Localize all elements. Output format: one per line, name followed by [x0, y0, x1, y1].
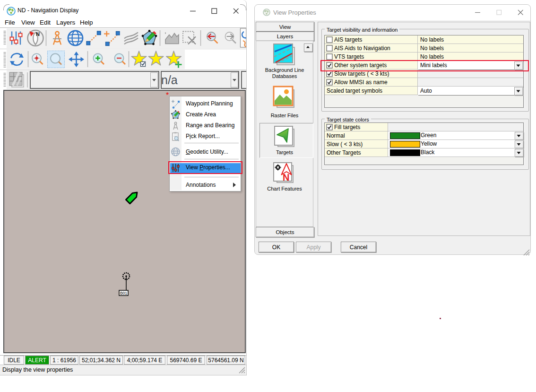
- svg-text:N: N: [283, 172, 289, 183]
- svg-text:B01: B01: [120, 291, 127, 296]
- svg-text:N: N: [36, 31, 40, 37]
